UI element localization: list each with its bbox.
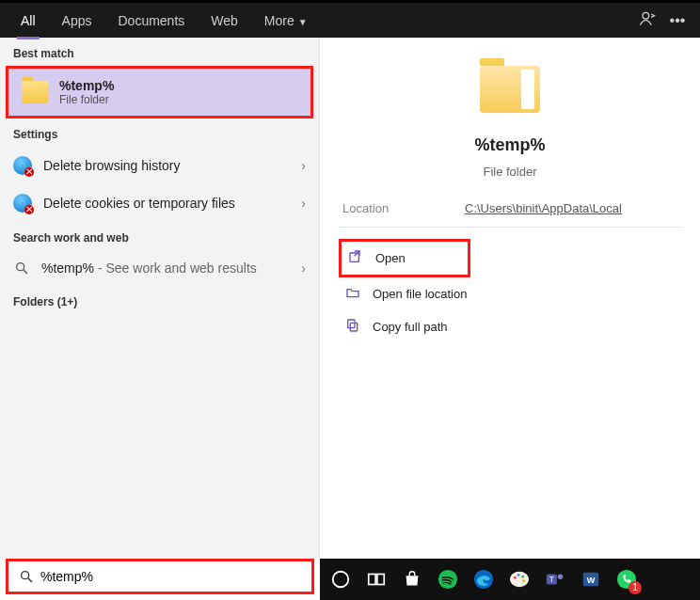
cortana-icon[interactable]: [324, 562, 358, 596]
chevron-down-icon: ▼: [298, 4, 308, 41]
svg-point-14: [514, 576, 517, 579]
preview-panel: %temp% File folder Location C:\Users\bin…: [320, 38, 700, 558]
svg-rect-5: [348, 320, 355, 328]
search-work-web-label: Search work and web: [0, 222, 319, 250]
search-icon: [13, 260, 30, 276]
svg-text:T: T: [549, 576, 554, 584]
taskbar-word[interactable]: W: [574, 562, 608, 596]
location-label: Location: [342, 201, 427, 215]
svg-rect-4: [350, 323, 357, 331]
tab-apps[interactable]: Apps: [49, 2, 105, 39]
folder-open-icon: [344, 285, 361, 303]
best-match-title: %temp%: [59, 78, 114, 93]
tab-documents[interactable]: Documents: [104, 2, 198, 39]
taskbar-spotify[interactable]: [431, 562, 465, 596]
taskbar-teams[interactable]: T: [538, 562, 572, 596]
copy-icon: [344, 318, 361, 336]
tab-more[interactable]: More▼: [251, 2, 321, 39]
action-copy-full-path[interactable]: Copy full path: [339, 310, 681, 343]
web-search-result[interactable]: %temp% - See work and web results ›: [0, 250, 319, 286]
chevron-right-icon: ›: [301, 261, 306, 276]
settings-label: Settings: [0, 118, 319, 147]
search-box-container: [6, 559, 314, 594]
task-view-icon[interactable]: [359, 562, 393, 596]
more-icon[interactable]: •••: [662, 12, 692, 29]
search-input[interactable]: [8, 561, 311, 592]
svg-point-1: [17, 263, 24, 271]
svg-point-13: [510, 572, 529, 588]
results-panel: Best match %temp% File folder Settings D…: [0, 38, 320, 558]
tab-web[interactable]: Web: [198, 2, 251, 39]
tab-all[interactable]: All: [8, 2, 49, 39]
best-match-result[interactable]: %temp% File folder: [6, 66, 313, 118]
folders-label: Folders (1+): [0, 286, 319, 314]
taskbar-paint[interactable]: [502, 562, 536, 596]
open-icon: [347, 249, 364, 267]
preview-title: %temp%: [474, 135, 545, 155]
globe-icon: [13, 156, 32, 175]
svg-point-15: [517, 574, 520, 576]
chevron-right-icon: ›: [301, 158, 306, 173]
action-open-file-location[interactable]: Open file location: [339, 277, 681, 310]
preview-subtitle: File folder: [483, 165, 536, 179]
taskbar-whatsapp[interactable]: 1: [610, 562, 644, 596]
best-match-subtitle: File folder: [59, 93, 114, 106]
svg-point-17: [522, 579, 525, 582]
action-open[interactable]: Open: [339, 239, 470, 277]
svg-point-16: [521, 576, 524, 578]
svg-line-2: [24, 270, 27, 274]
chevron-right-icon: ›: [301, 196, 306, 211]
location-path-link[interactable]: C:\Users\binit\AppData\Local: [465, 201, 622, 215]
settings-result-delete-browsing-history[interactable]: Delete browsing history ›: [0, 147, 319, 184]
svg-point-0: [643, 12, 649, 19]
taskbar: T W 1: [320, 559, 700, 600]
account-icon[interactable]: [632, 9, 662, 32]
notification-badge: 1: [628, 581, 642, 594]
svg-text:W: W: [587, 576, 596, 585]
search-icon: [18, 568, 35, 585]
taskbar-store[interactable]: [395, 562, 429, 596]
svg-line-7: [28, 578, 32, 582]
svg-point-11: [438, 570, 457, 589]
svg-rect-10: [377, 575, 384, 585]
folder-icon: [480, 66, 540, 113]
taskbar-edge[interactable]: [467, 562, 501, 596]
svg-point-20: [558, 575, 564, 580]
globe-icon: [13, 194, 32, 213]
svg-point-8: [333, 572, 349, 588]
settings-result-delete-cookies[interactable]: Delete cookies or temporary files ›: [0, 184, 319, 222]
search-scope-tabs: All Apps Documents Web More▼ •••: [0, 0, 700, 38]
best-match-label: Best match: [0, 38, 319, 66]
folder-icon: [22, 81, 48, 103]
svg-rect-3: [350, 253, 358, 261]
svg-rect-9: [369, 575, 375, 585]
svg-point-6: [22, 572, 29, 579]
